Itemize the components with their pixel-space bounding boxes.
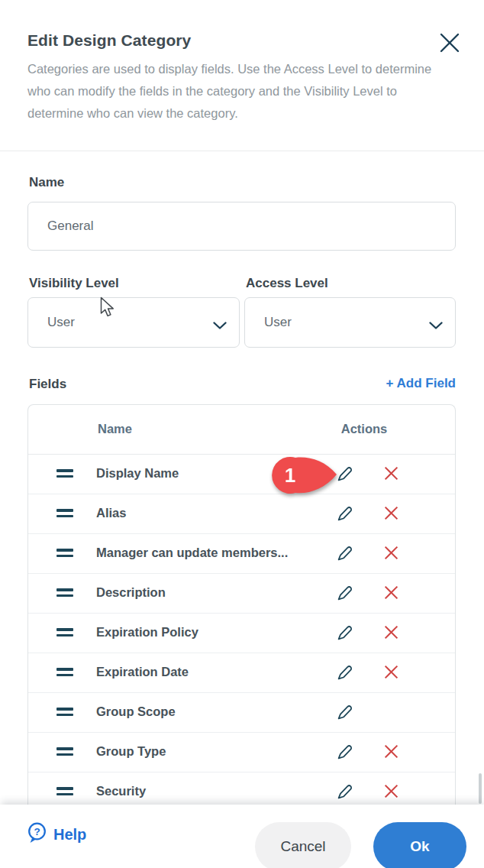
svg-text:?: ? [34, 826, 40, 837]
delete-field-button[interactable] [382, 624, 400, 643]
pencil-icon [336, 593, 353, 604]
access-level-select[interactable]: User [244, 297, 456, 348]
pencil-icon [336, 792, 353, 803]
x-icon [383, 671, 399, 682]
column-header-name: Name [98, 422, 132, 436]
field-name: Display Name [96, 466, 179, 481]
table-row: Group Type [28, 733, 455, 772]
drag-handle-icon[interactable] [56, 787, 73, 797]
header-divider [0, 151, 484, 151]
drag-handle-icon[interactable] [56, 588, 73, 598]
edit-field-button[interactable] [335, 743, 353, 762]
drag-handle-icon[interactable] [56, 509, 73, 519]
x-icon [383, 790, 399, 802]
table-row: Security [28, 772, 455, 805]
visibility-level-label: Visibility Level [29, 276, 119, 291]
edit-field-button[interactable] [335, 704, 353, 722]
pencil-icon [336, 712, 353, 724]
table-row: Display Name [28, 455, 455, 494]
dialog-description: Categories are used to display fields. U… [27, 58, 446, 125]
drag-handle-icon[interactable] [56, 708, 73, 717]
table-row: Alias [28, 494, 455, 534]
edit-field-button[interactable] [335, 545, 353, 563]
fields-table-header: Name Actions [28, 405, 455, 455]
scrollbar-thumb[interactable] [479, 773, 482, 804]
cancel-button[interactable]: Cancel [255, 822, 351, 868]
help-bubble-icon: ? [26, 821, 48, 847]
table-row: Expiration Date [28, 653, 455, 693]
chevron-down-icon [213, 319, 227, 333]
chevron-down-icon [429, 319, 443, 333]
field-name: Expiration Date [96, 665, 189, 679]
field-name: Description [96, 585, 166, 600]
delete-field-button[interactable] [382, 664, 400, 682]
drag-handle-icon[interactable] [56, 549, 73, 559]
x-icon [383, 631, 399, 643]
field-name: Alias [96, 506, 126, 520]
x-icon [383, 472, 399, 484]
pencil-icon [336, 672, 353, 684]
field-name: Expiration Policy [96, 625, 198, 640]
name-field-label: Name [29, 175, 64, 190]
pencil-icon [336, 752, 353, 763]
x-icon [383, 512, 399, 523]
field-name: Group Type [96, 744, 166, 759]
edit-field-button[interactable] [335, 664, 353, 682]
access-level-value: User [245, 315, 292, 330]
drag-handle-icon[interactable] [56, 628, 73, 638]
name-input[interactable] [27, 202, 456, 251]
edit-field-button[interactable] [335, 783, 353, 802]
delete-field-button[interactable] [382, 545, 400, 563]
edit-field-button[interactable] [335, 624, 353, 643]
fields-table-body: Display Name Alias [28, 455, 455, 805]
table-row: Description [28, 574, 455, 614]
pencil-icon [336, 474, 353, 485]
x-icon [383, 591, 399, 603]
delete-field-button[interactable] [382, 783, 400, 802]
close-button[interactable] [438, 32, 461, 55]
pencil-icon [336, 513, 353, 525]
add-field-button[interactable]: + Add Field [303, 376, 456, 391]
delete-field-button[interactable] [382, 585, 400, 603]
visibility-level-select[interactable]: User [27, 297, 240, 348]
delete-field-button[interactable] [382, 465, 400, 484]
pencil-icon [336, 633, 353, 644]
access-level-label: Access Level [246, 276, 328, 291]
table-row: Expiration Policy [28, 614, 455, 653]
ok-button[interactable]: Ok [373, 822, 466, 868]
footer-bar: ? Help Cancel Ok [0, 805, 484, 868]
help-link[interactable]: ? Help [26, 821, 86, 847]
drag-handle-icon[interactable] [56, 747, 73, 757]
help-label: Help [53, 826, 86, 844]
field-name: Manager can update members... [96, 546, 288, 560]
page-title: Edit Design Category [27, 31, 191, 50]
drag-handle-icon[interactable] [56, 668, 73, 678]
close-icon [439, 44, 460, 56]
table-row: Manager can update members... [28, 534, 455, 574]
edit-field-button[interactable] [335, 505, 353, 523]
field-name: Security [96, 784, 146, 798]
fields-section-label: Fields [29, 377, 66, 392]
table-row: Group Scope [28, 693, 455, 733]
delete-field-button[interactable] [382, 505, 400, 523]
visibility-level-value: User [28, 315, 75, 330]
edit-field-button[interactable] [335, 585, 353, 603]
field-name: Group Scope [96, 704, 176, 719]
column-header-actions: Actions [324, 422, 404, 436]
edit-field-button[interactable] [335, 465, 353, 484]
x-icon [383, 750, 399, 762]
delete-field-button[interactable] [382, 743, 400, 762]
pencil-icon [336, 553, 353, 565]
fields-table: Name Actions Display Name Alias [27, 404, 456, 805]
x-icon [383, 552, 399, 563]
drag-handle-icon[interactable] [56, 469, 73, 479]
